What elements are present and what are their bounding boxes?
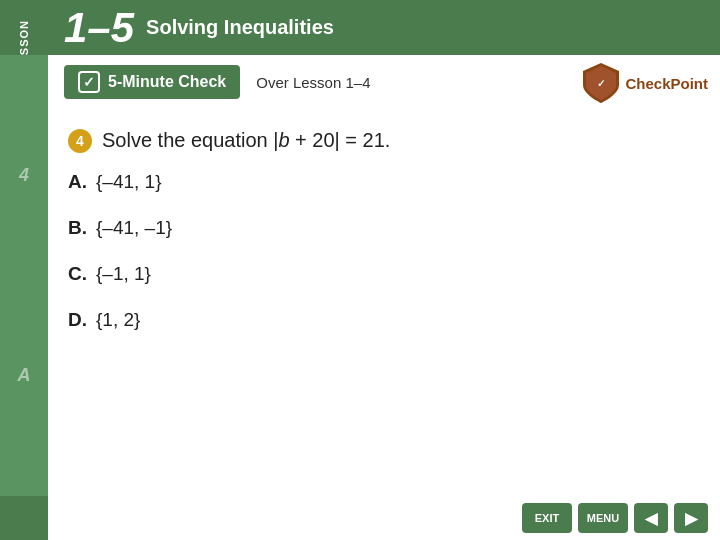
next-button[interactable]: ▶ <box>674 503 708 533</box>
menu-button[interactable]: MENU <box>578 503 628 533</box>
side-num-a: A <box>18 365 31 386</box>
answer-item-b[interactable]: B. {–41, –1} <box>68 217 700 239</box>
answer-value-a: {–41, 1} <box>96 171 162 193</box>
lesson-title: Solving Inequalities <box>146 16 334 39</box>
question-text: Solve the equation |b + 20| = 21. <box>102 127 390 153</box>
answer-letter-b: B. <box>68 217 96 239</box>
top-bar: 1–5 Solving Inequalities <box>48 0 720 55</box>
answer-item-c[interactable]: C. {–1, 1} <box>68 263 700 285</box>
question-number-badge: 4 <box>68 129 92 153</box>
answer-item-a[interactable]: A. {–41, 1} <box>68 171 700 193</box>
exit-button[interactable]: EXIT <box>522 503 572 533</box>
side-num-4: 4 <box>19 165 29 186</box>
svg-text:✓: ✓ <box>597 78 605 89</box>
answer-letter-d: D. <box>68 309 96 331</box>
checkpoint-text: CheckPoint <box>625 75 708 92</box>
answer-value-d: {1, 2} <box>96 309 140 331</box>
check-header: ✓ 5-Minute Check Over Lesson 1–4 ✓ Check… <box>48 55 720 109</box>
answer-value-c: {–1, 1} <box>96 263 151 285</box>
checkpoint-shield-icon: ✓ <box>581 61 621 105</box>
answer-letter-c: C. <box>68 263 96 285</box>
check-badge-label: 5-Minute Check <box>108 73 226 91</box>
check-icon: ✓ <box>78 71 100 93</box>
answer-letter-a: A. <box>68 171 96 193</box>
five-minute-check-badge: ✓ 5-Minute Check <box>64 65 240 99</box>
question-area: 4 Solve the equation |b + 20| = 21. <box>48 109 720 153</box>
checkpoint-logo: ✓ CheckPoint <box>581 61 708 105</box>
answer-item-d[interactable]: D. {1, 2} <box>68 309 700 331</box>
lesson-number: 1–5 <box>64 7 134 49</box>
question-row: 4 Solve the equation |b + 20| = 21. <box>68 127 700 153</box>
main-content: ✓ 5-Minute Check Over Lesson 1–4 ✓ Check… <box>48 55 720 540</box>
prev-button[interactable]: ◀ <box>634 503 668 533</box>
bottom-nav: EXIT MENU ◀ ▶ <box>96 496 720 540</box>
side-numbers: 4 A <box>0 55 48 496</box>
answers-list: A. {–41, 1} B. {–41, –1} C. {–1, 1} D. {… <box>48 163 720 331</box>
answer-value-b: {–41, –1} <box>96 217 172 239</box>
bottom-left-corner <box>0 496 48 540</box>
